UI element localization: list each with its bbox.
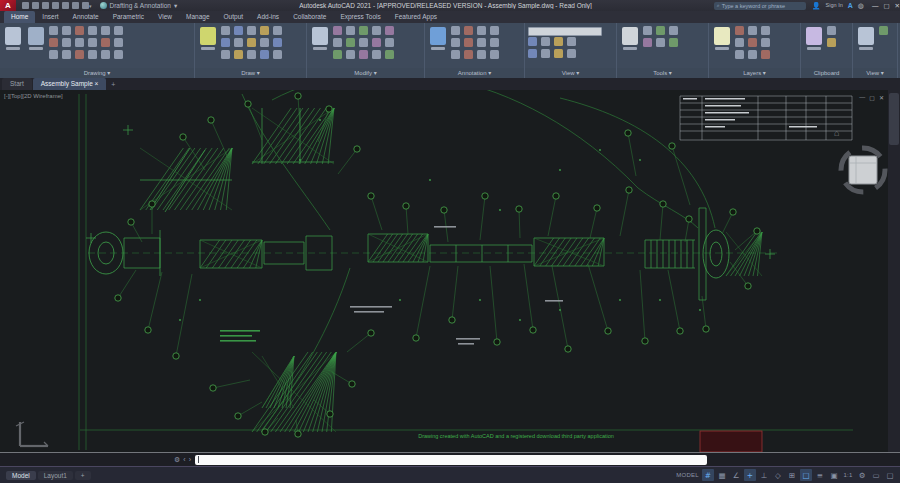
ribbon-tab-insert[interactable]: Insert <box>35 11 65 23</box>
account-icon[interactable]: 👤 <box>812 0 821 11</box>
layers-tool-icon-7[interactable] <box>748 50 757 59</box>
viewcube[interactable]: ⌂ <box>832 124 894 212</box>
workspace-switch[interactable]: ⚙ <box>856 469 868 481</box>
modify-tool-icon-2[interactable] <box>359 26 368 35</box>
draw-tool-icon-11[interactable] <box>234 50 243 59</box>
annotation-tool-icon-10[interactable] <box>477 50 486 59</box>
undo-icon[interactable] <box>72 2 79 9</box>
modify-tool-icon-3[interactable] <box>372 26 381 35</box>
modify-tool-icon-9[interactable] <box>385 38 394 47</box>
annotation-tool-icon-5[interactable] <box>464 38 473 47</box>
customize-wrench-icon[interactable]: ⚙ <box>174 456 180 464</box>
layers-tool-icon-8[interactable] <box>761 50 770 59</box>
dynamic-input-toggle[interactable]: + <box>744 469 756 481</box>
ortho-toggle[interactable]: ⊥ <box>758 469 770 481</box>
save-icon[interactable] <box>42 2 49 9</box>
view-big-tool-icon-0[interactable] <box>856 25 876 63</box>
drawing-tool-icon-9[interactable] <box>88 38 97 47</box>
view-tool-icon-0[interactable] <box>528 37 537 46</box>
model-space-button[interactable]: MODEL <box>675 469 700 481</box>
layers-tool-icon-3[interactable] <box>735 38 744 47</box>
modify-tool-icon-14[interactable] <box>385 50 394 59</box>
lineweight-toggle[interactable]: ≡ <box>814 469 826 481</box>
panel-label-view[interactable]: View ▾ <box>525 68 616 78</box>
snap-toggle[interactable]: ▦ <box>716 469 728 481</box>
view-tool-icon-5[interactable] <box>541 49 550 58</box>
annotation-tool-icon-4[interactable] <box>451 38 460 47</box>
ribbon-tab-featured-apps[interactable]: Featured Apps <box>388 11 444 23</box>
modify-tool-icon-13[interactable] <box>372 50 381 59</box>
modify-tool-icon-0[interactable] <box>333 26 342 35</box>
drawing-tool-icon-3[interactable] <box>88 26 97 35</box>
view-tool-icon-7[interactable] <box>567 49 576 58</box>
drawing-tool-icon-6[interactable] <box>49 38 58 47</box>
annotation-tool-icon-7[interactable] <box>490 38 499 47</box>
file-tab-assembly-sample[interactable]: Assembly Sample × <box>33 78 107 90</box>
tools-tool-icon-3[interactable] <box>643 38 652 47</box>
close-button[interactable]: ✕ <box>895 2 900 10</box>
view-gallery-dropdown[interactable] <box>528 27 602 36</box>
modify-tool-icon-5[interactable] <box>333 38 342 47</box>
drawing-tool-icon-8[interactable] <box>75 38 84 47</box>
tools-tool-icon-4[interactable] <box>656 38 665 47</box>
annotation-tool-icon-0[interactable] <box>451 26 460 35</box>
layers-tool-icon-0[interactable] <box>735 26 744 35</box>
layers-tool-icon-4[interactable] <box>748 38 757 47</box>
draw-tool-icon-14[interactable] <box>273 50 282 59</box>
viewport-controls[interactable]: [-][Top][2D Wireframe] <box>4 93 63 99</box>
panel-label-annotation[interactable]: Annotation ▾ <box>425 68 524 78</box>
ribbon-tab-parametric[interactable]: Parametric <box>106 11 151 23</box>
draw-tool-icon-7[interactable] <box>247 38 256 47</box>
drawing-big-tool-icon-0[interactable] <box>3 25 23 63</box>
infer-constraints-toggle[interactable]: ∠ <box>730 469 742 481</box>
drawing-tool-icon-10[interactable] <box>101 38 110 47</box>
annotation-tool-icon-1[interactable] <box>464 26 473 35</box>
clipboard-tool-icon-1[interactable] <box>827 38 836 47</box>
osnap-toggle[interactable]: □ <box>800 469 812 481</box>
view-tool-icon-1[interactable] <box>541 37 550 46</box>
draw-tool-icon-3[interactable] <box>260 26 269 35</box>
open-file-icon[interactable] <box>32 2 39 9</box>
autocad-app-button[interactable]: A <box>0 0 16 11</box>
file-tab-start[interactable]: Start <box>2 78 32 90</box>
redo-icon[interactable] <box>82 2 89 9</box>
tools-tool-icon-1[interactable] <box>656 26 665 35</box>
modify-tool-icon-11[interactable] <box>346 50 355 59</box>
isodraft-toggle[interactable]: ⊞ <box>786 469 798 481</box>
grid-toggle[interactable]: # <box>702 469 714 481</box>
doc-close-icon[interactable]: ✕ <box>879 94 884 101</box>
view-tool-icon-2[interactable] <box>554 37 563 46</box>
panel-label-layers[interactable]: Layers ▾ <box>709 68 800 78</box>
layers-tool-icon-6[interactable] <box>735 50 744 59</box>
isolate-objects[interactable]: ▭ <box>870 469 882 481</box>
scrollbar-thumb[interactable] <box>889 93 899 145</box>
annotation-big-tool-icon-0[interactable] <box>428 25 448 63</box>
annotation-scale[interactable]: 1:1 <box>842 469 854 481</box>
clean-screen[interactable]: ▢ <box>884 469 896 481</box>
tools-tool-icon-2[interactable] <box>669 26 678 35</box>
layers-big-tool-icon-0[interactable] <box>712 25 732 63</box>
annotation-tool-icon-2[interactable] <box>477 26 486 35</box>
a360-icon[interactable]: A <box>848 0 853 11</box>
drawing-tool-icon-17[interactable] <box>114 50 123 59</box>
draw-tool-icon-12[interactable] <box>247 50 256 59</box>
help-search-box[interactable]: ⌕ Type a keyword or phrase <box>714 2 806 10</box>
ribbon-tab-collaborate[interactable]: Collaborate <box>286 11 333 23</box>
layout-tab-+[interactable]: + <box>75 471 91 480</box>
draw-tool-icon-1[interactable] <box>234 26 243 35</box>
model-space-canvas[interactable]: [-][Top][2D Wireframe] — ▢ ✕ ⌂ <box>0 90 900 452</box>
modify-tool-icon-8[interactable] <box>372 38 381 47</box>
draw-tool-icon-6[interactable] <box>234 38 243 47</box>
panel-label-tools[interactable]: Tools ▾ <box>617 68 708 78</box>
layout-tab-layout1[interactable]: Layout1 <box>38 471 73 480</box>
qat-dropdown-icon[interactable]: ▾ <box>89 3 92 9</box>
draw-tool-icon-5[interactable] <box>221 38 230 47</box>
ribbon-tab-view[interactable]: View <box>151 11 179 23</box>
new-drawing-tab-button[interactable]: + <box>107 79 119 90</box>
modify-tool-icon-12[interactable] <box>359 50 368 59</box>
drawing-tool-icon-15[interactable] <box>88 50 97 59</box>
ribbon-tab-manage[interactable]: Manage <box>179 11 217 23</box>
save-as-icon[interactable] <box>52 2 59 9</box>
ribbon-tab-add-ins[interactable]: Add-ins <box>250 11 286 23</box>
drawing-tool-icon-4[interactable] <box>101 26 110 35</box>
